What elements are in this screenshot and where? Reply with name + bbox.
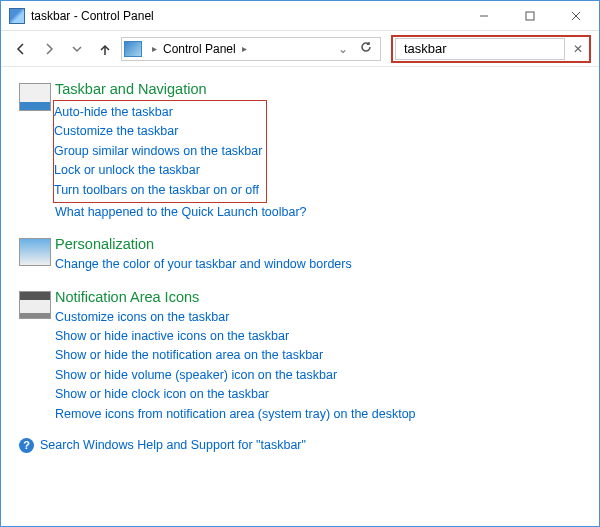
svg-rect-1 xyxy=(526,12,534,20)
control-panel-icon xyxy=(124,41,142,57)
window-title: taskbar - Control Panel xyxy=(31,9,154,23)
chevron-right-icon[interactable]: ▸ xyxy=(238,43,251,54)
personalization-icon xyxy=(19,238,51,266)
section-title[interactable]: Notification Area Icons xyxy=(55,289,581,305)
notification-icon xyxy=(19,291,51,319)
forward-button[interactable] xyxy=(37,37,61,61)
help-search-link[interactable]: ? Search Windows Help and Support for "t… xyxy=(19,438,581,453)
results-area: Taskbar and Navigation Auto-hide the tas… xyxy=(1,67,599,526)
minimize-button[interactable] xyxy=(461,1,507,31)
link-auto-hide-taskbar[interactable]: Auto-hide the taskbar xyxy=(54,103,262,122)
section-taskbar-navigation: Taskbar and Navigation Auto-hide the tas… xyxy=(19,81,581,222)
back-button[interactable] xyxy=(9,37,33,61)
search-box[interactable] xyxy=(395,38,565,60)
section-title[interactable]: Personalization xyxy=(55,236,581,252)
link-change-taskbar-color[interactable]: Change the color of your taskbar and win… xyxy=(55,255,581,274)
maximize-button[interactable] xyxy=(507,1,553,31)
refresh-button[interactable] xyxy=(354,41,378,56)
breadcrumb-segment[interactable]: Control Panel xyxy=(161,42,238,56)
section-personalization: Personalization Change the color of your… xyxy=(19,236,581,274)
help-text: Search Windows Help and Support for "tas… xyxy=(40,438,306,452)
close-button[interactable] xyxy=(553,1,599,31)
recent-locations-button[interactable] xyxy=(65,37,89,61)
link-remove-tray-icons[interactable]: Remove icons from notification area (sys… xyxy=(55,405,581,424)
up-button[interactable] xyxy=(93,37,117,61)
address-bar[interactable]: ▸ Control Panel ▸ ⌄ xyxy=(121,37,381,61)
link-show-hide-volume[interactable]: Show or hide volume (speaker) icon on th… xyxy=(55,366,581,385)
titlebar[interactable]: taskbar - Control Panel xyxy=(1,1,599,31)
link-quick-launch-faq[interactable]: What happened to the Quick Launch toolba… xyxy=(55,203,581,222)
link-turn-toolbars-on-off[interactable]: Turn toolbars on the taskbar on or off xyxy=(54,181,262,200)
chevron-right-icon[interactable]: ▸ xyxy=(148,43,161,54)
app-icon xyxy=(9,8,25,24)
search-highlight-box: ✕ xyxy=(391,35,591,63)
section-title[interactable]: Taskbar and Navigation xyxy=(55,81,581,97)
link-group-similar-windows[interactable]: Group similar windows on the taskbar xyxy=(54,142,262,161)
search-input[interactable] xyxy=(402,40,558,57)
help-icon: ? xyxy=(19,438,34,453)
link-show-hide-inactive[interactable]: Show or hide inactive icons on the taskb… xyxy=(55,327,581,346)
clear-search-icon[interactable]: ✕ xyxy=(567,42,589,56)
highlighted-links-box: Auto-hide the taskbar Customize the task… xyxy=(53,100,267,203)
link-show-hide-notification-area[interactable]: Show or hide the notification area on th… xyxy=(55,346,581,365)
link-show-hide-clock[interactable]: Show or hide clock icon on the taskbar xyxy=(55,385,581,404)
window-frame: taskbar - Control Panel ▸ Control Panel xyxy=(0,0,600,527)
navigation-bar: ▸ Control Panel ▸ ⌄ ✕ xyxy=(1,31,599,67)
taskbar-icon xyxy=(19,83,51,111)
link-customize-taskbar[interactable]: Customize the taskbar xyxy=(54,122,262,141)
link-lock-unlock-taskbar[interactable]: Lock or unlock the taskbar xyxy=(54,161,262,180)
section-notification-area: Notification Area Icons Customize icons … xyxy=(19,289,581,424)
link-customize-icons[interactable]: Customize icons on the taskbar xyxy=(55,308,581,327)
address-dropdown-icon[interactable]: ⌄ xyxy=(332,42,354,56)
